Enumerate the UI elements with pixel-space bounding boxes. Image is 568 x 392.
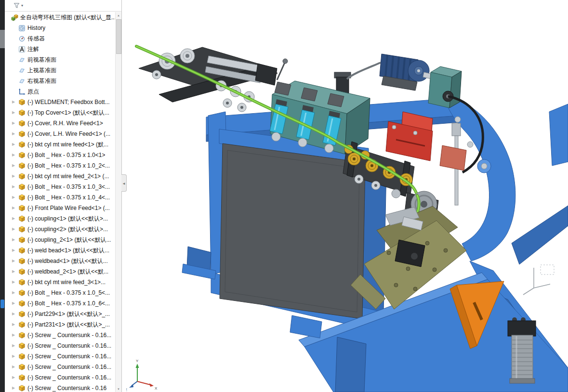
- part-icon: [18, 236, 26, 244]
- tree-item[interactable]: ▶ (-) weldbead_2<1> (默认<<默...: [5, 266, 116, 277]
- tree-item[interactable]: ▶ (-) coupling<2> (默认<<默认>...: [5, 224, 116, 235]
- expand-arrow-icon[interactable]: ▶: [12, 224, 18, 235]
- tree-item[interactable]: ▶ (-) bkt cyl mt wire feed_3<1>...: [5, 277, 116, 287]
- expand-arrow-icon[interactable]: ▶: [12, 266, 18, 277]
- tree-item[interactable]: ▶ (-) Bolt _ Hex - 0.375 x 1.0_6<...: [5, 298, 116, 309]
- part-icon: [18, 162, 26, 170]
- hydraulic-cylinder[interactable]: [508, 317, 536, 383]
- feature-manager-panel: ▾ 全自动弯环机三维图 (默认<默认_显... History 传感器 注解 前…: [5, 0, 122, 392]
- expand-arrow-icon[interactable]: ▶: [12, 319, 18, 330]
- tree-item[interactable]: ▶ (-) Bolt _ Hex - 0.375 x 1.0_3<...: [5, 182, 116, 192]
- tree-item[interactable]: ▶ (-) Cover, L.H. Wire Feed<1> (...: [5, 129, 116, 139]
- expand-arrow-icon[interactable]: ▶: [12, 298, 18, 309]
- tree-item[interactable]: ▶ (-) Bolt _ Hex - 0.375 x 1.0<1>: [5, 150, 116, 160]
- expand-arrow-icon[interactable]: ▶: [12, 277, 18, 287]
- tree-item[interactable]: ▶ (-) Screw _ Countersunk - 0.16...: [5, 362, 116, 372]
- tree-item[interactable]: ▶ (-) coupling<1> (默认<<默认>...: [5, 213, 116, 224]
- expand-arrow-icon[interactable]: ▶: [12, 340, 18, 351]
- expand-arrow-icon[interactable]: ▶: [12, 160, 18, 171]
- tree-item[interactable]: ▶ (-) bkt cyl mt wire feed_2<1> (...: [5, 171, 116, 182]
- tree-item-label: (-) bkt cyl mt wire feed_3<1>...: [27, 279, 106, 286]
- expand-arrow-icon[interactable]: ▶: [12, 129, 18, 139]
- tree-item[interactable]: ▶ (-) Bolt _ Hex - 0.375 x 1.0_5<...: [5, 287, 116, 298]
- tree-item[interactable]: ▶ (-) Bolt _ Hex - 0.375 x 1.0_2<...: [5, 160, 116, 171]
- tree-scrollbar[interactable]: ▲ ▼: [115, 12, 121, 392]
- filter-dropdown-caret[interactable]: ▾: [21, 3, 23, 8]
- tree-item[interactable]: ▶ (-) bkt cyl mt wire feed<1> (默...: [5, 139, 116, 150]
- tree-item[interactable]: ▶ (-) Part231<1> (默认<<默认>_...: [5, 319, 116, 330]
- tree-item-label: (-) Screw _ Countersunk - 0.16...: [27, 353, 111, 360]
- tree-item[interactable]: ▶ (-) Screw _ Countersunk - 0.16: [5, 383, 116, 392]
- expand-arrow-icon[interactable]: ▶: [12, 118, 18, 129]
- tree-item[interactable]: ▶ (-) weld bead<1> (默认<<默认...: [5, 245, 116, 256]
- expand-arrow-icon[interactable]: ▶: [12, 235, 18, 245]
- expand-arrow-icon[interactable]: ▶: [12, 139, 18, 150]
- triad-x-label: X: [155, 386, 158, 391]
- tree-item[interactable]: ▶ (-) Part229<1> (默认<<默认>_...: [5, 309, 116, 319]
- left-edge-strip: [0, 0, 5, 392]
- tree-item[interactable]: ▶ (-) Cover, R.H. Wire Feed<1>: [5, 118, 116, 129]
- tree-item[interactable]: ▶ (-) Screw _ Countersunk - 0.16...: [5, 372, 116, 383]
- tree-item[interactable]: 前视基准面: [5, 54, 116, 65]
- part-icon: [18, 374, 26, 381]
- tree-item[interactable]: 注解: [5, 44, 116, 54]
- annotation-icon: [18, 46, 26, 53]
- tree-item[interactable]: ▶ (-) weldbead<1> (默认<<默认...: [5, 256, 116, 266]
- plane-icon: [18, 67, 26, 74]
- expand-arrow-icon[interactable]: ▶: [12, 330, 18, 340]
- part-icon: [18, 131, 26, 138]
- tree-item[interactable]: ▶ (-) Screw _ Countersunk - 0.16...: [5, 330, 116, 340]
- part-icon: [18, 289, 26, 297]
- expand-arrow-icon[interactable]: ▶: [12, 362, 18, 372]
- part-icon: [18, 364, 26, 371]
- viewport-3d[interactable]: X Y Z: [126, 0, 568, 392]
- triad-z-label: Z: [126, 388, 127, 392]
- expand-arrow-icon[interactable]: ▶: [12, 150, 18, 160]
- tree-item[interactable]: 上视基准面: [5, 65, 116, 76]
- orientation-triad[interactable]: X Y Z: [126, 359, 158, 392]
- tree-item[interactable]: ▶ (-) Front Plate Wire Feed<1> (...: [5, 203, 116, 213]
- tree-item[interactable]: ▶ (-) WELDMENT; Feedbox Bott...: [5, 97, 116, 107]
- part-icon: [18, 109, 26, 117]
- filter-icon[interactable]: [13, 2, 20, 9]
- feature-tree: 全自动弯环机三维图 (默认<默认_显... History 传感器 注解 前视基…: [5, 12, 116, 392]
- expand-arrow-icon[interactable]: ▶: [12, 372, 18, 383]
- tree-item[interactable]: ▶ (-) Screw _ Countersunk - 0.16...: [5, 340, 116, 351]
- tree-filter-bar[interactable]: ▾: [5, 0, 121, 12]
- tree-item-label: (-) bkt cyl mt wire feed<1> (默...: [27, 141, 108, 149]
- expand-arrow-icon[interactable]: ▶: [12, 256, 18, 266]
- panel-collapse-tab[interactable]: ◀: [121, 174, 127, 192]
- tree-item[interactable]: ▶ (-) coupling_2<1> (默认<<默认...: [5, 235, 116, 245]
- expand-arrow-icon[interactable]: ▶: [12, 351, 18, 362]
- tree-item-label: (-) Screw _ Countersunk - 0.16...: [27, 332, 111, 339]
- expand-arrow-icon[interactable]: ▶: [12, 383, 18, 392]
- expand-arrow-icon[interactable]: ▶: [12, 97, 18, 107]
- scrollbar-thumb[interactable]: [116, 19, 121, 54]
- tree-item[interactable]: History: [5, 23, 116, 33]
- scroll-down-icon[interactable]: ▼: [116, 386, 121, 392]
- tree-item[interactable]: 全自动弯环机三维图 (默认<默认_显...: [5, 12, 116, 23]
- expand-arrow-icon[interactable]: ▶: [12, 107, 18, 118]
- expand-arrow-icon[interactable]: ▶: [12, 213, 18, 224]
- expand-arrow-icon[interactable]: ▶: [12, 192, 18, 203]
- tension-rod[interactable]: [440, 123, 466, 205]
- expand-arrow-icon[interactable]: ▶: [12, 245, 18, 256]
- tree-item-label: (-) Bolt _ Hex - 0.375 x 1.0_6<...: [27, 300, 110, 307]
- expand-arrow-icon[interactable]: ▶: [12, 287, 18, 298]
- tree-item[interactable]: 传感器: [5, 33, 116, 44]
- tree-item-label: (-) WELDMENT; Feedbox Bott...: [27, 99, 110, 105]
- expand-arrow-icon[interactable]: ▶: [12, 171, 18, 182]
- scroll-up-icon[interactable]: ▲: [116, 12, 121, 18]
- tree-item-label: (-) weld bead<1> (默认<<默认...: [27, 247, 109, 255]
- expand-arrow-icon[interactable]: ▶: [12, 309, 18, 319]
- tree-item[interactable]: 右视基准面: [5, 76, 116, 86]
- tree-item[interactable]: ▶ (-) Bolt _ Hex - 0.375 x 1.0_4<...: [5, 192, 116, 203]
- expand-arrow-icon[interactable]: ▶: [12, 182, 18, 192]
- tree-item-label: (-) Cover, L.H. Wire Feed<1> (...: [27, 131, 110, 137]
- expand-arrow-icon[interactable]: ▶: [12, 203, 18, 213]
- tree-item[interactable]: ▶ (-) Screw _ Countersunk - 0.16...: [5, 351, 116, 362]
- tree-item-label: (-) Bolt _ Hex - 0.375 x 1.0_5<...: [27, 289, 110, 296]
- tree-item[interactable]: 原点: [5, 86, 116, 97]
- edge-strip-icon[interactable]: [0, 300, 4, 308]
- tree-item[interactable]: ▶ (-) Top Cover<1> (默认<<默认...: [5, 107, 116, 118]
